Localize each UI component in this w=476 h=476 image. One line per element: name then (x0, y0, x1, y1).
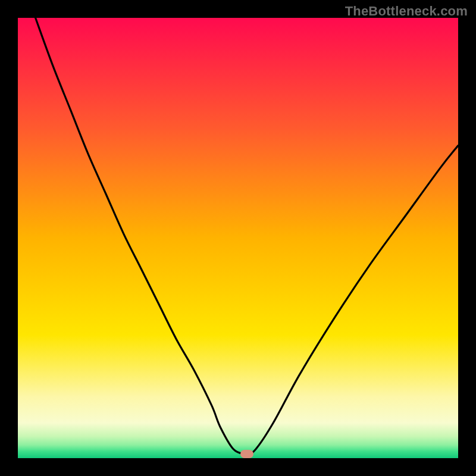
plot-area (18, 18, 458, 458)
bottleneck-curve (18, 18, 458, 458)
optimal-point-marker (240, 450, 253, 458)
outer-frame: TheBottleneck.com (0, 0, 476, 476)
attribution-text: TheBottleneck.com (345, 4, 468, 19)
